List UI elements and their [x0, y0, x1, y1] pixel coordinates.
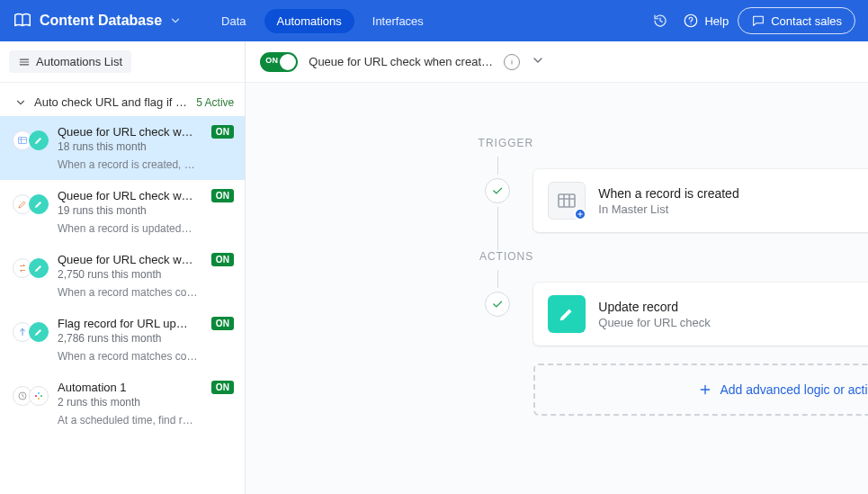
plus-icon [577, 211, 584, 218]
plus-icon [698, 382, 712, 397]
arrow-up-icon [17, 327, 28, 337]
automation-item[interactable]: Queue for URL check w… ON 19 runs this m… [0, 180, 245, 244]
sidebar: Automations List Auto check URL and flag… [0, 41, 246, 494]
pencil-icon [33, 199, 44, 210]
automation-item[interactable]: Queue for URL check w… ON 18 runs this m… [0, 116, 245, 180]
automation-item-icons [13, 317, 49, 342]
record-created-icon [548, 182, 586, 220]
svg-rect-3 [35, 395, 37, 397]
sidebar-header: Automations List [0, 41, 245, 83]
svg-rect-6 [38, 398, 40, 400]
automation-desc: When a record matches co… [58, 286, 234, 299]
automation-item-icons [13, 381, 49, 406]
automation-enabled-toggle[interactable]: ON [260, 52, 298, 72]
automation-desc: When a record is created, … [58, 158, 234, 171]
automation-name: Queue for URL check w… [58, 253, 204, 266]
automation-desc: When a record is updated… [58, 222, 234, 235]
automation-name: Flag record for URL up… [58, 317, 204, 330]
automation-detail-header: ON Queue for URL check when creat… [246, 41, 868, 83]
automation-runs: 18 runs this month [58, 140, 234, 153]
automation-desc: When a record matches co… [58, 350, 234, 363]
history-icon [652, 13, 668, 29]
status-badge: ON [211, 381, 235, 394]
svg-rect-1 [19, 138, 27, 144]
book-icon [13, 11, 32, 31]
top-bar: Content Database Data Automations Interf… [0, 0, 868, 41]
help-label: Help [704, 14, 729, 28]
add-step-button[interactable]: Add advanced logic or action [533, 364, 868, 416]
action-title: Update record [598, 300, 711, 314]
automation-item[interactable]: Queue for URL check w… ON 2,750 runs thi… [0, 244, 245, 308]
chevron-down-icon [14, 96, 27, 109]
action-subtitle: Queue for URL check [598, 316, 711, 329]
info-icon [507, 58, 516, 67]
chevron-down-icon [169, 14, 182, 27]
automation-item[interactable]: Automation 1 ON 2 runs this month At a s… [0, 372, 245, 436]
automation-group-header[interactable]: Auto check URL and flag if re… 5 Active [0, 83, 245, 116]
status-badge: ON [211, 317, 235, 330]
pencil-icon [33, 135, 44, 146]
trigger-title: When a record is created [598, 186, 738, 201]
contact-sales-button[interactable]: Contact sales [738, 7, 855, 34]
check-icon [491, 298, 504, 310]
chat-icon [751, 13, 765, 28]
grid-icon [17, 135, 28, 146]
automations-list-menu[interactable]: Automations List [9, 50, 131, 73]
svg-rect-4 [38, 392, 40, 394]
group-active-count: 5 Active [196, 96, 234, 109]
automation-item[interactable]: Flag record for URL up… ON 2,786 runs th… [0, 308, 245, 372]
automation-detail-menu[interactable] [531, 53, 545, 70]
automation-item-icons [13, 189, 49, 214]
pencil-outline-icon [17, 199, 28, 210]
automation-name: Queue for URL check w… [58, 125, 204, 139]
svg-rect-7 [559, 194, 575, 207]
app-title: Content Database [40, 13, 162, 29]
update-record-icon [548, 295, 586, 333]
add-step-label: Add advanced logic or action [720, 382, 868, 397]
trigger-card[interactable]: When a record is created In Master List [533, 169, 868, 232]
status-badge: ON [211, 125, 235, 139]
check-icon [491, 184, 504, 197]
automations-list-label: Automations List [36, 55, 122, 68]
toggle-knob [280, 54, 296, 70]
trigger-subtitle: In Master List [598, 202, 738, 216]
status-badge: ON [211, 253, 235, 266]
toggle-label: ON [265, 56, 278, 65]
chevron-down-icon [531, 53, 545, 67]
history-button[interactable] [647, 7, 674, 34]
automation-name: Queue for URL check w… [58, 189, 204, 202]
pencil-icon [33, 263, 44, 274]
automation-runs: 2 runs this month [58, 396, 234, 409]
main-panel: ON Queue for URL check when creat… TRIGG… [246, 41, 868, 494]
nav-tabs: Data Automations Interfaces [209, 9, 436, 33]
contact-sales-label: Contact sales [771, 14, 842, 28]
slack-icon [33, 391, 44, 401]
automation-runs: 19 runs this month [58, 204, 234, 217]
step-status-check [485, 178, 510, 203]
tab-automations[interactable]: Automations [264, 9, 354, 33]
tab-data[interactable]: Data [209, 9, 258, 33]
tab-interfaces[interactable]: Interfaces [360, 9, 436, 33]
automation-runs: 2,750 runs this month [58, 268, 234, 281]
automation-desc: At a scheduled time, find r… [58, 414, 234, 427]
swap-icon [17, 263, 28, 274]
pencil-icon [33, 327, 44, 337]
automation-description-button[interactable] [504, 54, 520, 70]
help-button[interactable]: Help [683, 13, 729, 29]
automation-runs: 2,786 runs this month [58, 332, 234, 345]
menu-icon [18, 56, 31, 68]
automation-canvas: TRIGGER [246, 83, 868, 494]
base-switcher[interactable]: Content Database [13, 11, 182, 31]
step-status-check [485, 292, 510, 317]
automation-item-icons [13, 253, 49, 278]
action-card[interactable]: Update record Queue for URL check [533, 283, 868, 346]
automation-detail-title: Queue for URL check when creat… [309, 55, 493, 68]
status-badge: ON [211, 189, 235, 202]
actions-section-label: ACTIONS [461, 250, 533, 263]
automation-item-icons [13, 125, 49, 150]
svg-rect-5 [40, 395, 42, 397]
group-title: Auto check URL and flag if re… [34, 95, 189, 109]
clock-icon [17, 391, 28, 401]
trigger-section-label: TRIGGER [461, 137, 533, 149]
help-icon [683, 13, 699, 29]
